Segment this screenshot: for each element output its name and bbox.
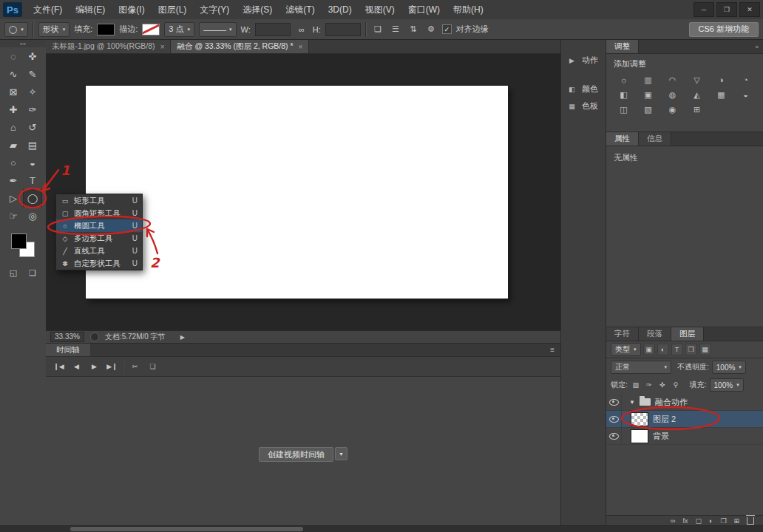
threshold-icon[interactable]: ▧	[638, 104, 658, 115]
play-button[interactable]: ▶	[87, 360, 101, 373]
new-group-icon[interactable]: ❒	[720, 517, 726, 525]
gear-icon[interactable]: ⚙	[424, 23, 438, 36]
channel-mixer-icon[interactable]: ◭	[687, 89, 707, 100]
levels-icon[interactable]: ▥	[638, 75, 658, 85]
lock-position-icon[interactable]: ✜	[657, 380, 668, 390]
zoom-level-field[interactable]: 33.33%	[50, 332, 84, 342]
tab-info[interactable]: 信息	[639, 132, 671, 146]
tool-elliptical-marquee[interactable]: ◌	[4, 47, 23, 65]
create-video-timeline-button[interactable]: 创建视频时间轴	[259, 447, 333, 462]
selective-color-icon[interactable]: ⊞	[687, 104, 707, 115]
adjustment-layer-icon[interactable]: ◐	[709, 517, 713, 525]
tool-preset-picker[interactable]: ◯ ▾	[4, 22, 28, 37]
tool-zoom[interactable]: ◎	[23, 207, 42, 225]
menu-file[interactable]: 文件(F)	[27, 0, 69, 19]
tool-mode-select[interactable]: 形状 ▾	[38, 22, 70, 37]
menu-window[interactable]: 窗口(W)	[401, 0, 447, 19]
fill-color-swatch[interactable]	[97, 24, 115, 35]
close-icon[interactable]: ×	[160, 43, 165, 51]
tool-brush[interactable]: ✑	[23, 100, 42, 118]
layer-row-layer2[interactable]: 图层 2	[606, 411, 763, 428]
shape-width-input[interactable]	[255, 23, 291, 36]
foreground-color-swatch[interactable]	[11, 233, 27, 249]
tool-path-selection[interactable]: ▷	[4, 189, 23, 207]
collapse-panels-icon[interactable]: »	[751, 40, 763, 53]
curves-icon[interactable]: ◠	[662, 75, 682, 85]
group-disclosure-icon[interactable]: ▼	[629, 399, 635, 406]
tool-lasso[interactable]: ∿	[4, 65, 23, 83]
restore-button[interactable]: ❐	[716, 2, 737, 17]
tool-blur[interactable]: ○	[4, 154, 23, 171]
document-tab-ronghe[interactable]: 融合 @ 33.33% (图层 2, RGB/8) * ×	[171, 40, 309, 53]
menu-layer[interactable]: 图层(L)	[152, 0, 194, 19]
panel-menu-icon[interactable]: ≡	[544, 344, 560, 356]
filter-adjustment-layers-icon[interactable]: ◐	[657, 344, 669, 355]
toolbar-collapse-icon[interactable]: ««	[0, 40, 46, 47]
document-canvas-white[interactable]	[86, 86, 508, 299]
color-lookup-icon[interactable]: ▦	[711, 89, 731, 100]
panel-button-color[interactable]: ◧ 颜色	[561, 81, 606, 98]
tab-character[interactable]: 字符	[606, 327, 639, 341]
filter-shape-layers-icon[interactable]: ❒	[685, 344, 697, 355]
minimize-button[interactable]: ─	[694, 2, 714, 17]
lock-all-icon[interactable]: ⚲	[671, 380, 681, 390]
menu-edit[interactable]: 编辑(E)	[69, 0, 112, 19]
document-tab-untitled[interactable]: 未标题-1.jpg @ 100%(RGB/8) ×	[46, 40, 171, 53]
transition-icon[interactable]: ❏	[146, 360, 160, 373]
lock-transparent-pixels-icon[interactable]: ▨	[631, 380, 641, 390]
tool-eraser[interactable]: ▰	[4, 136, 23, 154]
menu-filter[interactable]: 滤镜(T)	[279, 0, 321, 19]
layer-thumbnail-transparent[interactable]	[631, 412, 648, 426]
filter-pixel-layers-icon[interactable]: ▣	[643, 344, 655, 355]
tool-history-brush[interactable]: ↺	[23, 118, 42, 136]
layer-effects-icon[interactable]: fx	[682, 517, 688, 525]
fill-select[interactable]: 100% ▾	[710, 378, 744, 392]
layer-filter-type-select[interactable]: 类型 ▾	[611, 343, 641, 356]
black-white-icon[interactable]: ▣	[638, 89, 658, 100]
stroke-width-field[interactable]: 3 点 ▾	[164, 22, 194, 37]
tool-gradient[interactable]: ▤	[23, 136, 42, 154]
layer-name[interactable]: 融合动作	[655, 397, 688, 408]
menu-type[interactable]: 文字(Y)	[193, 0, 236, 19]
add-mask-icon[interactable]: ▢	[695, 517, 702, 525]
menu-item-rectangle-tool[interactable]: ▭ 矩形工具 U	[56, 194, 142, 207]
stroke-type-select[interactable]: ——— ▾	[199, 22, 237, 37]
vibrance-icon[interactable]: ◑	[711, 75, 731, 85]
tool-pen[interactable]: ✒	[4, 171, 23, 189]
path-arrangement-icon[interactable]: ⇅	[407, 23, 420, 36]
menu-item-ellipse-tool[interactable]: ○ 椭圆工具 U	[56, 219, 142, 232]
menu-item-line-tool[interactable]: ╱ 直线工具 U	[56, 245, 142, 257]
menu-item-rounded-rectangle-tool[interactable]: ▢ 圆角矩形工具 U	[56, 207, 142, 219]
tool-ellipse-shape[interactable]: ◯	[23, 189, 42, 207]
tool-quick-selection[interactable]: ✎	[23, 65, 42, 83]
menu-item-custom-shape-tool[interactable]: ✽ 自定形状工具 U	[56, 257, 142, 270]
new-layer-icon[interactable]: ⊞	[733, 517, 739, 525]
tab-timeline[interactable]: 时间轴	[46, 344, 90, 356]
tab-properties[interactable]: 属性	[606, 132, 639, 146]
next-frame-button[interactable]: ▶❙	[105, 360, 119, 373]
tool-clone-stamp[interactable]: ⌂	[4, 118, 23, 136]
horizontal-scrollbar[interactable]	[0, 525, 763, 532]
blend-mode-select[interactable]: 正常 ▾	[611, 361, 671, 374]
close-icon[interactable]: ×	[299, 43, 303, 51]
gradient-map-icon[interactable]: ◉	[662, 104, 682, 115]
visibility-cell[interactable]	[606, 411, 622, 427]
layer-name[interactable]: 背景	[653, 431, 669, 442]
layer-name[interactable]: 图层 2	[653, 414, 676, 425]
menu-3d[interactable]: 3D(D)	[322, 0, 359, 19]
invert-icon[interactable]: ◒	[736, 89, 756, 100]
tool-healing-brush[interactable]: ✚	[4, 100, 23, 118]
tab-paragraph[interactable]: 段落	[639, 327, 671, 341]
path-alignment-icon[interactable]: ☰	[389, 23, 402, 36]
cs6-new-features-button[interactable]: CS6 新增功能	[689, 22, 759, 37]
canvas[interactable]	[46, 54, 560, 330]
scrollbar-thumb[interactable]	[70, 527, 303, 531]
create-timeline-dropdown[interactable]: ▼	[335, 447, 347, 460]
path-operations-icon[interactable]: ❏	[371, 23, 384, 36]
close-button[interactable]: ✕	[739, 2, 760, 17]
stroke-color-swatch[interactable]	[142, 24, 160, 35]
tool-type[interactable]: T	[23, 171, 42, 189]
layer-group-row[interactable]: ▼ 融合动作	[606, 394, 763, 411]
opacity-select[interactable]: 100% ▾	[712, 361, 746, 374]
menu-image[interactable]: 图像(I)	[112, 0, 151, 19]
